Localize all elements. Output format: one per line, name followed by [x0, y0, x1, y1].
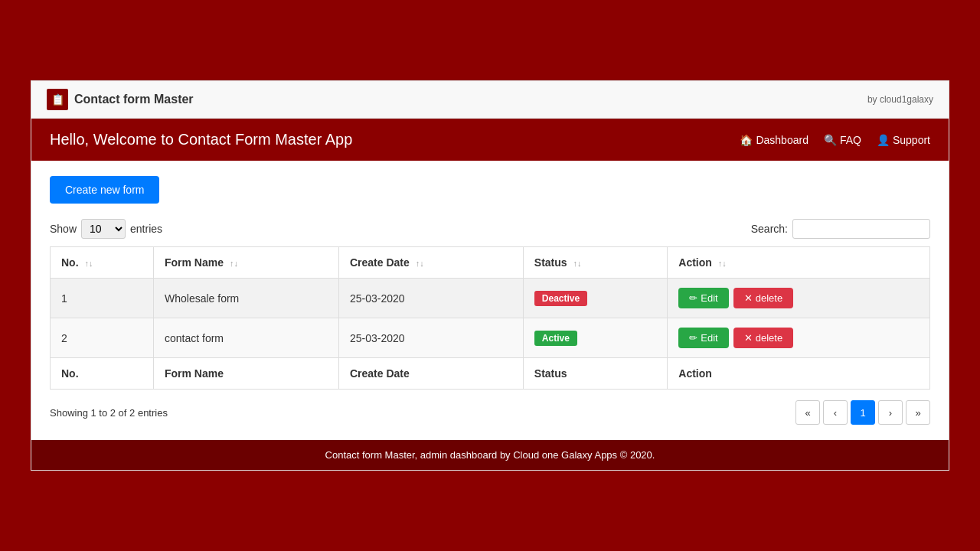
times-icon: ✕	[744, 292, 753, 304]
footer: Contact form Master, admin dashboard by …	[31, 440, 949, 470]
main-container: 📋 Contact form Master by cloud1galaxy He…	[31, 80, 949, 471]
faq-icon: 🔍	[824, 134, 837, 146]
row-1-create-date: 25-03-2020	[338, 279, 523, 318]
pagination-area: Showing 1 to 2 of 2 entries « ‹ 1 ›	[50, 400, 930, 425]
status-badge: Active	[534, 331, 577, 346]
sort-no-icon: ↑↓	[84, 259, 93, 268]
showing-text: Showing 1 to 2 of 2 entries	[50, 407, 168, 419]
last-page-icon: »	[915, 407, 920, 419]
action-btns: ✏ Edit ✕ delete	[678, 328, 919, 348]
table-footer-row: No. Form Name Create Date Status Action	[51, 358, 930, 390]
data-table: No. ↑↓ Form Name ↑↓ Create Date ↑↓ Sta	[50, 246, 930, 390]
footer-no: No.	[51, 358, 154, 390]
pagination: « ‹ 1 › »	[795, 400, 930, 425]
next-page-button[interactable]: ›	[878, 400, 903, 425]
col-form-name[interactable]: Form Name ↑↓	[153, 247, 338, 279]
show-label: Show	[50, 223, 77, 235]
top-bar-left: 📋 Contact form Master	[47, 89, 194, 110]
prev-page-button[interactable]: ‹	[823, 400, 848, 425]
footer-create-date: Create Date	[338, 358, 523, 390]
nav-support-label: Support	[893, 134, 930, 146]
footer-text: Contact form Master, admin dashboard by …	[325, 449, 655, 461]
col-status[interactable]: Status ↑↓	[523, 247, 668, 279]
col-create-date[interactable]: Create Date ↑↓	[338, 247, 523, 279]
table-header-row: No. ↑↓ Form Name ↑↓ Create Date ↑↓ Sta	[51, 247, 930, 279]
col-no-label: No.	[61, 256, 79, 269]
col-status-label: Status	[534, 256, 567, 269]
create-new-form-button[interactable]: Create new form	[50, 176, 159, 204]
table-row: 2 contact form 25-03-2020 Active ✏ Edit	[51, 318, 930, 358]
prev-page-icon: ‹	[834, 407, 837, 419]
search-box: Search:	[751, 219, 930, 239]
sort-status-icon: ↑↓	[573, 259, 582, 268]
footer-form-name: Form Name	[153, 358, 338, 390]
sort-form-name-icon: ↑↓	[230, 259, 238, 268]
first-page-icon: «	[805, 407, 810, 419]
page-1-label: 1	[860, 407, 865, 419]
entries-select[interactable]: 10 25 50 100	[81, 219, 126, 239]
nav-dashboard-label: Dashboard	[756, 134, 808, 146]
sort-create-date-icon: ↑↓	[416, 259, 424, 268]
table-controls: Show 10 25 50 100 entries Search:	[50, 219, 930, 239]
pencil-icon: ✏	[689, 332, 697, 344]
last-page-button[interactable]: »	[906, 400, 930, 425]
table-row: 1 Wholesale form 25-03-2020 Deactive ✏ E…	[51, 279, 930, 318]
nav-faq[interactable]: 🔍 FAQ	[824, 134, 861, 146]
edit-label: Edit	[701, 292, 717, 304]
show-entries: Show 10 25 50 100 entries	[50, 219, 162, 239]
row-2-no: 2	[51, 318, 154, 358]
nav-support[interactable]: 👤 Support	[877, 134, 930, 146]
delete-label: delete	[756, 332, 782, 344]
col-action[interactable]: Action ↑↓	[668, 247, 930, 279]
home-icon: 🏠	[740, 134, 753, 146]
row-2-create-date: 25-03-2020	[338, 318, 523, 358]
row-1-action: ✏ Edit ✕ delete	[668, 279, 930, 318]
search-input[interactable]	[792, 219, 930, 239]
first-page-button[interactable]: «	[795, 400, 820, 425]
header-nav: Hello, Welcome to Contact Form Master Ap…	[31, 119, 949, 161]
footer-status: Status	[523, 358, 668, 390]
next-page-icon: ›	[889, 407, 892, 419]
nav-faq-label: FAQ	[840, 134, 861, 146]
row-2-action: ✏ Edit ✕ delete	[668, 318, 930, 358]
col-form-name-label: Form Name	[165, 256, 224, 269]
col-create-date-label: Create Date	[350, 256, 410, 269]
user-icon: 👤	[877, 134, 890, 146]
search-label: Search:	[751, 223, 788, 235]
entries-label: entries	[130, 223, 162, 235]
delete-button-2[interactable]: ✕ delete	[733, 328, 793, 348]
row-2-status: Active	[523, 318, 668, 358]
by-text: by cloud1galaxy	[867, 94, 933, 105]
content-area: Create new form Show 10 25 50 100 entrie…	[31, 161, 949, 440]
edit-button-1[interactable]: ✏ Edit	[678, 288, 728, 308]
header-welcome: Hello, Welcome to Contact Form Master Ap…	[50, 131, 352, 148]
app-title: Contact form Master	[74, 93, 194, 106]
app-wrapper: 📋 Contact form Master by cloud1galaxy He…	[31, 80, 949, 471]
edit-label: Edit	[701, 332, 717, 344]
pencil-icon: ✏	[689, 292, 697, 304]
status-badge: Deactive	[534, 291, 587, 306]
nav-links: 🏠 Dashboard 🔍 FAQ 👤 Support	[740, 134, 930, 146]
nav-dashboard[interactable]: 🏠 Dashboard	[740, 134, 808, 146]
top-bar: 📋 Contact form Master by cloud1galaxy	[31, 81, 949, 119]
app-icon: 📋	[47, 89, 68, 110]
col-action-label: Action	[678, 256, 712, 269]
page-1-button[interactable]: 1	[851, 400, 875, 425]
sort-action-icon: ↑↓	[718, 259, 727, 268]
row-1-status: Deactive	[523, 279, 668, 318]
col-no[interactable]: No. ↑↓	[51, 247, 154, 279]
row-1-no: 1	[51, 279, 154, 318]
footer-action: Action	[668, 358, 930, 390]
times-icon: ✕	[744, 332, 753, 344]
row-1-form-name: Wholesale form	[153, 279, 338, 318]
delete-label: delete	[756, 292, 782, 304]
edit-button-2[interactable]: ✏ Edit	[678, 328, 728, 348]
delete-button-1[interactable]: ✕ delete	[733, 288, 793, 308]
action-btns: ✏ Edit ✕ delete	[678, 288, 919, 308]
row-2-form-name: contact form	[153, 318, 338, 358]
